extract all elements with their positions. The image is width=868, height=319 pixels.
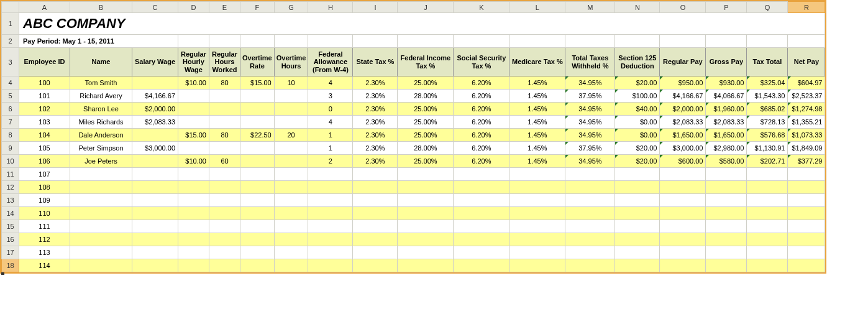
cell-st[interactable]: 2.30% <box>353 142 398 155</box>
column-header[interactable]: Overtime Hours <box>274 48 308 76</box>
cell-rhwk[interactable] <box>209 259 240 272</box>
cell-np[interactable]: $2,523.37 <box>788 90 825 103</box>
cell-oth[interactable] <box>274 259 308 272</box>
cell-np[interactable] <box>788 181 825 194</box>
cell[interactable] <box>747 35 788 48</box>
cell-fit[interactable]: 25.00% <box>398 116 454 129</box>
cell-oth[interactable] <box>274 90 308 103</box>
cell-sst[interactable]: 6.20% <box>454 103 509 116</box>
cell-s125[interactable] <box>615 194 660 207</box>
cell-gp[interactable] <box>706 233 747 246</box>
cell-sst[interactable] <box>454 220 509 233</box>
column-header[interactable]: Employee ID <box>19 48 70 76</box>
cell-s125[interactable]: $0.00 <box>615 116 660 129</box>
row-header-10[interactable]: 10 <box>2 155 19 168</box>
cell-med[interactable] <box>509 233 565 246</box>
cell-gp[interactable] <box>706 259 747 272</box>
cell-np[interactable]: $604.97 <box>788 76 825 90</box>
cell-fa[interactable]: 4 <box>308 116 353 129</box>
cell-salary[interactable] <box>132 155 178 168</box>
cell-id[interactable]: 103 <box>19 116 70 129</box>
cell-np[interactable] <box>788 168 825 181</box>
cell-ttw[interactable] <box>565 220 615 233</box>
column-header[interactable]: Tax Total <box>747 48 788 76</box>
cell-rp[interactable] <box>660 207 706 220</box>
column-header[interactable]: Federal Allowance (From W-4) <box>308 48 353 76</box>
column-header[interactable]: State Tax % <box>353 48 398 76</box>
row-header-13[interactable]: 13 <box>2 194 19 207</box>
cell-rp[interactable]: $2,000.00 <box>660 103 706 116</box>
cell-st[interactable] <box>353 168 398 181</box>
cell-rhwk[interactable] <box>209 194 240 207</box>
cell-rhwk[interactable] <box>209 90 240 103</box>
cell-fit[interactable] <box>398 168 454 181</box>
cell-fa[interactable]: 2 <box>308 155 353 168</box>
cell-name[interactable]: Peter Simpson <box>70 142 132 155</box>
cell-salary[interactable]: $2,083.33 <box>132 116 178 129</box>
cell-name[interactable] <box>70 220 132 233</box>
cell-tt[interactable] <box>747 220 788 233</box>
cell-rp[interactable] <box>660 246 706 259</box>
cell-oth[interactable] <box>274 168 308 181</box>
cell-med[interactable] <box>509 181 565 194</box>
cell-med[interactable] <box>509 168 565 181</box>
cell-id[interactable]: 101 <box>19 90 70 103</box>
cell[interactable] <box>274 35 308 48</box>
col-header-C[interactable]: C <box>132 2 178 13</box>
cell-ttw[interactable] <box>565 168 615 181</box>
col-header-F[interactable]: F <box>240 2 275 13</box>
cell-fit[interactable]: 28.00% <box>398 142 454 155</box>
cell-sst[interactable] <box>454 168 509 181</box>
column-header[interactable]: Net Pay <box>788 48 825 76</box>
cell-s125[interactable] <box>615 220 660 233</box>
column-header[interactable]: Gross Pay <box>706 48 747 76</box>
cell-tt[interactable]: $1,130.91 <box>747 142 788 155</box>
cell-st[interactable]: 2.30% <box>353 129 398 142</box>
col-header-B[interactable]: B <box>70 2 132 13</box>
cell-salary[interactable] <box>132 233 178 246</box>
cell-med[interactable] <box>509 207 565 220</box>
cell-gp[interactable] <box>706 194 747 207</box>
col-header-D[interactable]: D <box>178 2 209 13</box>
cell-rp[interactable] <box>660 194 706 207</box>
cell-sst[interactable] <box>454 181 509 194</box>
cell-np[interactable] <box>788 207 825 220</box>
column-header[interactable]: Regular Hourly Wage <box>178 48 209 76</box>
cell-s125[interactable]: $0.00 <box>615 129 660 142</box>
cell-rhw[interactable] <box>178 116 209 129</box>
cell-ttw[interactable]: 37.95% <box>565 90 615 103</box>
cell-rhw[interactable] <box>178 207 209 220</box>
col-header-P[interactable]: P <box>706 2 747 13</box>
cell-sst[interactable]: 6.20% <box>454 142 509 155</box>
cell-rhw[interactable]: $10.00 <box>178 155 209 168</box>
cell[interactable] <box>178 35 209 48</box>
cell-name[interactable] <box>70 194 132 207</box>
cell-sst[interactable] <box>454 246 509 259</box>
cell-fit[interactable]: 25.00% <box>398 129 454 142</box>
cell-st[interactable] <box>353 207 398 220</box>
row-header-2[interactable]: 2 <box>2 35 19 48</box>
cell-med[interactable] <box>509 259 565 272</box>
cell-otr[interactable] <box>240 116 275 129</box>
row-header-7[interactable]: 7 <box>2 116 19 129</box>
cell-ttw[interactable]: 34.95% <box>565 76 615 90</box>
column-header[interactable]: Regular Hours Worked <box>209 48 240 76</box>
cell-st[interactable] <box>353 181 398 194</box>
cell-fa[interactable] <box>308 246 353 259</box>
cell-otr[interactable] <box>240 220 275 233</box>
cell-id[interactable]: 105 <box>19 142 70 155</box>
cell-gp[interactable]: $2,980.00 <box>706 142 747 155</box>
cell-rhwk[interactable] <box>209 168 240 181</box>
cell-otr[interactable] <box>240 207 275 220</box>
row-header-6[interactable]: 6 <box>2 103 19 116</box>
cell-name[interactable] <box>70 168 132 181</box>
cell-np[interactable]: $1,274.98 <box>788 103 825 116</box>
company-title[interactable]: ABC COMPANY <box>19 13 825 35</box>
cell-ttw[interactable]: 34.95% <box>565 116 615 129</box>
cell-ttw[interactable] <box>565 207 615 220</box>
cell-sst[interactable] <box>454 233 509 246</box>
cell[interactable] <box>398 35 454 48</box>
cell-id[interactable]: 114 <box>19 259 70 272</box>
cell-id[interactable]: 108 <box>19 181 70 194</box>
cell-oth[interactable] <box>274 220 308 233</box>
